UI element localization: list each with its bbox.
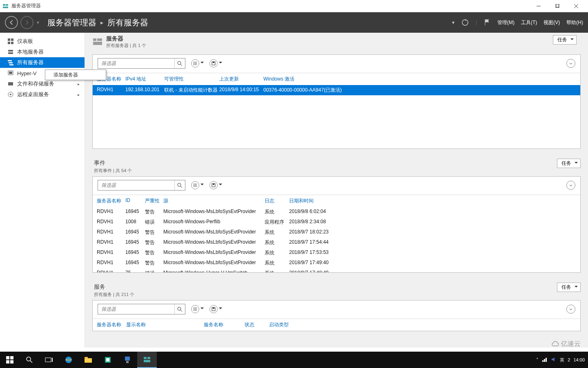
menu-view[interactable]: 视图(V) xyxy=(543,19,560,26)
sidebar-item-label: Hyper-V xyxy=(17,70,37,76)
col-service-name[interactable]: 服务名称 xyxy=(204,321,245,328)
taskbar-search-button[interactable] xyxy=(20,352,39,368)
svg-point-26 xyxy=(178,61,181,65)
taskbar-explorer-button[interactable] xyxy=(78,352,98,368)
col-last-update[interactable]: 上次更新 xyxy=(219,76,263,83)
events-filter-input[interactable] xyxy=(98,182,174,188)
menu-tools[interactable]: 工具(T) xyxy=(521,19,537,26)
events-filter-options-button[interactable] xyxy=(191,181,199,189)
svg-rect-57 xyxy=(10,356,13,359)
col-manageability[interactable]: 可管理性 xyxy=(164,76,219,83)
menu-help[interactable]: 帮助(H) xyxy=(566,19,583,26)
close-button[interactable] xyxy=(567,0,586,12)
tray-chevron-up-icon[interactable]: ˄ xyxy=(536,357,539,363)
svg-line-61 xyxy=(30,361,32,363)
events-grid-row[interactable]: RDVH116945警告Microsoft-Windows-MsLbfoSysE… xyxy=(93,238,580,248)
col-display-name[interactable]: 显示名称 xyxy=(126,321,204,328)
col-severity[interactable]: 严重性 xyxy=(145,197,163,204)
col-start-type[interactable]: 启动类型 xyxy=(269,321,306,328)
events-grid-body: RDVH116945警告Microsoft-Windows-MsLbfoSysE… xyxy=(93,207,580,272)
svg-rect-72 xyxy=(147,357,150,359)
events-expand-button[interactable] xyxy=(566,181,575,190)
events-panel-subtitle: 所有事件 | 共 54 个 xyxy=(92,168,581,174)
svg-rect-74 xyxy=(542,360,543,362)
servers-filter-options-button[interactable] xyxy=(191,59,199,67)
svg-point-30 xyxy=(194,64,194,65)
minimize-button[interactable] xyxy=(529,0,548,12)
taskbar-ie-button[interactable] xyxy=(59,352,78,368)
tray-clock[interactable]: 14:00 xyxy=(573,357,585,363)
services-panel: 服务器名称 显示名称 服务名称 状态 启动类型 xyxy=(92,300,581,331)
svg-rect-15 xyxy=(8,60,12,61)
nav-forward-button[interactable] xyxy=(20,16,33,29)
breadcrumb-root[interactable]: 服务器管理器 xyxy=(47,17,96,28)
search-icon[interactable] xyxy=(174,304,185,314)
events-grid-row[interactable]: RDVH11008错误Microsoft-Windows-Perflib应用程序… xyxy=(93,217,580,227)
svg-rect-9 xyxy=(8,38,10,41)
events-grid-row[interactable]: RDVH175错误Microsoft-Windows-Hyper-V-VmSwi… xyxy=(93,268,580,272)
col-datetime[interactable]: 日期和时间 xyxy=(289,197,350,204)
svg-rect-12 xyxy=(11,42,13,44)
svg-line-27 xyxy=(180,64,182,66)
col-activation[interactable]: Windows 激活 xyxy=(263,76,576,83)
nav-dropdown[interactable]: ▾ xyxy=(37,20,39,25)
search-icon[interactable] xyxy=(174,180,185,190)
ribbon-dropdown[interactable]: ▾ xyxy=(452,20,454,25)
events-grid-header: 服务器名称 ID 严重性 源 日志 日期和时间 xyxy=(93,195,580,207)
sidebar-item-remote-desktop[interactable]: 远程桌面服务▸ xyxy=(0,89,85,100)
window-title: 服务器管理器 xyxy=(11,2,41,9)
events-panel-title: 事件 xyxy=(92,157,581,168)
start-button[interactable] xyxy=(0,352,20,368)
app-icon xyxy=(2,3,9,9)
events-grid-row[interactable]: RDVH116945警告Microsoft-Windows-MsLbfoSysE… xyxy=(93,248,580,258)
col-source[interactable]: 源 xyxy=(163,197,265,204)
col-ip[interactable]: IPv4 地址 xyxy=(125,76,164,83)
servers-tasks-button[interactable]: 任务 xyxy=(553,35,577,45)
servers-filter-input[interactable] xyxy=(98,61,174,66)
maximize-button[interactable] xyxy=(548,0,567,12)
sidebar-item-local-server[interactable]: 本地服务器 xyxy=(0,47,85,57)
tray-network-icon[interactable] xyxy=(542,357,548,363)
services-filter-options-button[interactable] xyxy=(191,305,199,313)
tray-ime[interactable]: 英 xyxy=(560,357,564,363)
events-grid-row[interactable]: RDVH116945警告Microsoft-Windows-MsLbfoSysE… xyxy=(93,227,580,238)
events-save-button[interactable] xyxy=(209,181,218,189)
servers-grid-header: 服务器名称 IPv4 地址 可管理性 上次更新 Windows 激活 xyxy=(93,73,580,85)
sidebar-item-dashboard[interactable]: 仪表板 xyxy=(0,36,85,47)
col-status[interactable]: 状态 xyxy=(245,321,269,328)
sidebar-item-all-servers[interactable]: 所有服务器 xyxy=(0,57,85,68)
taskbar-server-manager-button[interactable] xyxy=(137,352,157,368)
services-expand-button[interactable] xyxy=(566,305,575,314)
col-server-name[interactable]: 服务器名称 xyxy=(97,321,126,328)
events-grid-row[interactable]: RDVH116945警告Microsoft-Windows-MsLbfoSysE… xyxy=(93,258,580,268)
search-icon[interactable] xyxy=(174,58,185,68)
taskbar-taskview-button[interactable] xyxy=(39,352,59,368)
flag-icon[interactable] xyxy=(483,19,491,26)
services-tasks-button[interactable]: 任务 xyxy=(557,283,581,292)
nav-back-button[interactable] xyxy=(5,16,18,29)
col-log[interactable]: 日志 xyxy=(265,197,289,204)
refresh-icon[interactable] xyxy=(461,18,469,27)
services-save-button[interactable] xyxy=(209,305,218,313)
window-controls xyxy=(529,0,586,12)
services-filter xyxy=(98,304,185,314)
svg-point-38 xyxy=(194,184,194,184)
events-tasks-button[interactable]: 任务 xyxy=(557,159,581,168)
svg-rect-69 xyxy=(125,357,130,361)
taskbar-app1-button[interactable] xyxy=(98,352,118,368)
events-grid-row[interactable]: RDVH116945警告Microsoft-Windows-MsLbfoSysE… xyxy=(93,207,580,217)
tray-volume-icon[interactable] xyxy=(551,357,557,363)
server-icon xyxy=(7,49,14,55)
svg-rect-59 xyxy=(10,360,13,364)
services-filter-input[interactable] xyxy=(98,306,174,312)
col-server-name[interactable]: 服务器名称 xyxy=(97,197,125,204)
menu-manage[interactable]: 管理(M) xyxy=(497,19,514,26)
remote-desktop-icon xyxy=(7,91,14,98)
servers-save-button[interactable] xyxy=(209,59,218,67)
servers-grid-row[interactable]: RDVH1 192.168.10.201 联机 - 未启动性能计数器 2018/… xyxy=(93,85,580,95)
context-menu-add-server[interactable]: 添加服务器 xyxy=(45,70,106,80)
svg-point-49 xyxy=(194,309,194,310)
col-event-id[interactable]: ID xyxy=(125,197,145,204)
servers-expand-button[interactable] xyxy=(566,59,575,68)
taskbar-app2-button[interactable] xyxy=(118,352,137,368)
